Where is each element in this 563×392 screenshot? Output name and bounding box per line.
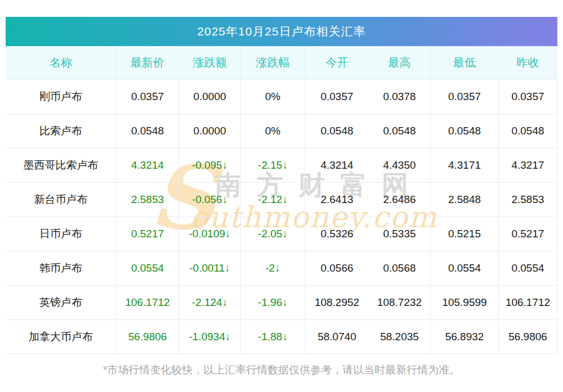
cell-low: 4.3171	[431, 148, 499, 182]
cell-open: 2.6413	[305, 183, 369, 217]
cell-change_pct: 0%	[241, 80, 305, 114]
column-header-change: 涨跌额	[179, 46, 241, 79]
cell-name: 加拿大币卢布	[6, 320, 117, 353]
cell-name: 比索卢布	[6, 114, 117, 148]
cell-high: 108.7232	[369, 286, 431, 319]
cell-change_pct: -2↓	[241, 251, 305, 285]
cell-low: 105.9599	[431, 286, 499, 319]
cell-high: 2.6486	[369, 183, 431, 217]
cell-open: 0.5326	[305, 217, 369, 251]
cell-open: 0.0357	[305, 80, 369, 114]
table-row: 墨西哥比索卢布4.3214-0.095↓-2.15↓4.32144.43504.…	[6, 148, 557, 182]
column-header-low: 最低	[431, 46, 499, 79]
cell-change: 0.0000	[179, 114, 241, 148]
table-row: 加拿大币卢布56.9806-1.0934↓-1.88↓58.074058.203…	[6, 319, 557, 354]
table-row: 韩币卢布0.0554-0.0011↓-2↓0.05660.05680.05540…	[6, 251, 557, 285]
cell-prev_close: 56.9806	[499, 320, 557, 353]
cell-name: 刚币卢布	[6, 80, 117, 114]
cell-prev_close: 2.5853	[499, 183, 557, 217]
cell-low: 0.5215	[431, 217, 499, 251]
cell-change_pct: 0%	[241, 114, 305, 148]
cell-change: -0.056↓	[179, 183, 241, 217]
cell-open: 0.0548	[305, 114, 369, 148]
cell-low: 0.0548	[431, 114, 499, 148]
cell-open: 108.2952	[305, 286, 369, 319]
cell-name: 新台币卢布	[6, 183, 117, 217]
cell-high: 58.2035	[369, 320, 431, 353]
cell-name: 韩币卢布	[6, 251, 117, 285]
table-row: 新台币卢布2.5853-0.056↓-2.12↓2.64132.64862.58…	[6, 182, 557, 217]
cell-latest: 0.0548	[117, 114, 179, 148]
table-title: 2025年10月25日卢布相关汇率	[197, 24, 365, 39]
cell-latest: 56.9806	[117, 320, 179, 353]
table-title-bar: 2025年10月25日卢布相关汇率	[6, 17, 557, 46]
table-row: 英镑卢布106.1712-2.124↓-1.96↓108.2952108.723…	[6, 285, 557, 319]
cell-latest: 0.5217	[117, 217, 179, 251]
cell-prev_close: 0.0548	[499, 114, 557, 148]
cell-open: 4.3214	[305, 148, 369, 182]
cell-low: 56.8932	[431, 320, 499, 353]
table-row: 日币卢布0.5217-0.0109↓-2.05↓0.53260.53350.52…	[6, 217, 557, 251]
cell-change_pct: -2.15↓	[241, 148, 305, 182]
cell-latest: 0.0357	[117, 80, 179, 114]
cell-change: -0.095↓	[179, 148, 241, 182]
cell-change_pct: -2.05↓	[241, 217, 305, 251]
cell-name: 英镑卢布	[6, 286, 117, 319]
table-header-row: 名称最新价涨跌额涨跌幅今开最高最低昨收	[6, 46, 557, 79]
cell-latest: 0.0554	[117, 251, 179, 285]
cell-high: 0.0548	[369, 114, 431, 148]
cell-high: 0.5335	[369, 217, 431, 251]
cell-latest: 4.3214	[117, 148, 179, 182]
cell-name: 日币卢布	[6, 217, 117, 251]
column-header-latest: 最新价	[117, 46, 179, 79]
cell-prev_close: 0.0357	[499, 80, 557, 114]
column-header-prev_close: 昨收	[499, 46, 557, 79]
column-header-name: 名称	[6, 46, 117, 79]
table-row: 刚币卢布0.03570.00000%0.03570.03780.03570.03…	[6, 79, 557, 114]
cell-open: 58.0740	[305, 320, 369, 353]
cell-latest: 106.1712	[117, 286, 179, 319]
cell-open: 0.0566	[305, 251, 369, 285]
cell-low: 0.0554	[431, 251, 499, 285]
column-header-open: 今开	[305, 46, 369, 79]
cell-prev_close: 0.5217	[499, 217, 557, 251]
cell-high: 0.0568	[369, 251, 431, 285]
cell-change: -1.0934↓	[179, 320, 241, 353]
cell-change: -0.0109↓	[179, 217, 241, 251]
cell-name: 墨西哥比索卢布	[6, 148, 117, 182]
table-row: 比索卢布0.05480.00000%0.05480.05480.05480.05…	[6, 114, 557, 148]
cell-latest: 2.5853	[117, 183, 179, 217]
cell-change_pct: -1.96↓	[241, 286, 305, 319]
cell-change: -0.0011↓	[179, 251, 241, 285]
cell-prev_close: 4.3217	[499, 148, 557, 182]
cell-high: 0.0378	[369, 80, 431, 114]
cell-change_pct: -1.88↓	[241, 320, 305, 353]
cell-low: 2.5848	[431, 183, 499, 217]
cell-change: 0.0000	[179, 80, 241, 114]
cell-change_pct: -2.12↓	[241, 183, 305, 217]
table-body: 刚币卢布0.03570.00000%0.03570.03780.03570.03…	[6, 79, 557, 354]
cell-low: 0.0357	[431, 80, 499, 114]
exchange-rate-table: 2025年10月25日卢布相关汇率 S 南方财富网 outhmoney.com …	[6, 17, 557, 354]
column-header-change_pct: 涨跌幅	[241, 46, 305, 79]
cell-prev_close: 106.1712	[499, 286, 557, 319]
cell-prev_close: 0.0554	[499, 251, 557, 285]
cell-change: -2.124↓	[179, 286, 241, 319]
cell-high: 4.4350	[369, 148, 431, 182]
column-header-high: 最高	[369, 46, 431, 79]
disclaimer-text: *市场行情变化较快，以上汇率行情数据仅供参考，请以当时最新行情为准。	[0, 363, 563, 377]
